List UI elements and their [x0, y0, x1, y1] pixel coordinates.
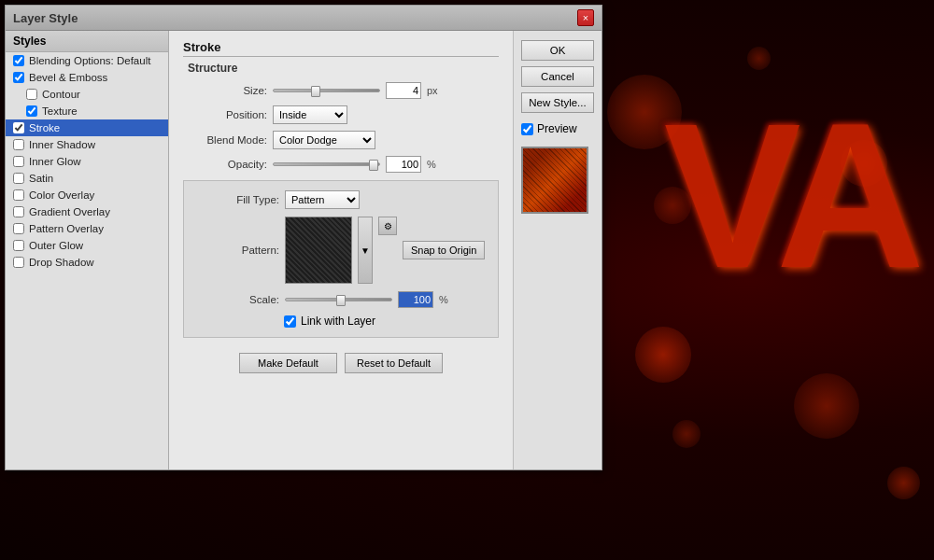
style-label-drop-shadow: Drop Shadow [29, 257, 94, 268]
opacity-row: Opacity: % [183, 156, 499, 173]
preview-checkbox[interactable] [521, 123, 533, 135]
style-label-color-overlay: Color Overlay [29, 189, 94, 201]
size-label: Size: [183, 85, 267, 96]
style-item-pattern-overlay[interactable]: Pattern Overlay [6, 220, 168, 237]
action-row: Make Default Reset to Default [183, 353, 499, 373]
opacity-slider-thumb [369, 160, 378, 171]
size-slider-thumb [311, 86, 320, 97]
styles-list: Blending Options: DefaultBevel & EmbossC… [6, 52, 168, 271]
style-checkbox-pattern-overlay[interactable] [13, 223, 24, 234]
style-item-inner-shadow[interactable]: Inner Shadow [6, 136, 168, 153]
cancel-button[interactable]: Cancel [521, 66, 594, 87]
make-default-button[interactable]: Make Default [239, 353, 337, 373]
link-layer-checkbox[interactable] [284, 315, 296, 328]
size-slider-container: px [273, 82, 499, 99]
style-checkbox-contour[interactable] [26, 89, 37, 100]
background-text: VA [664, 93, 915, 299]
position-row: Position: Inside Outside Center [183, 105, 499, 124]
styles-header: Styles [6, 31, 168, 52]
style-checkbox-texture[interactable] [26, 105, 37, 117]
style-checkbox-gradient-overlay[interactable] [13, 206, 24, 217]
fill-type-select[interactable]: Pattern Color Gradient [285, 190, 360, 209]
style-item-blending-options[interactable]: Blending Options: Default [6, 52, 168, 69]
scale-slider[interactable] [285, 298, 392, 301]
new-style-button[interactable]: New Style... [521, 92, 594, 113]
style-label-bevel-emboss: Bevel & Emboss [29, 72, 107, 83]
style-item-satin[interactable]: Satin [6, 170, 168, 187]
style-item-drop-shadow[interactable]: Drop Shadow [6, 254, 168, 271]
content-panel: Stroke Structure Size: px Position: [169, 31, 513, 469]
style-checkbox-satin[interactable] [13, 173, 24, 184]
blend-mode-select[interactable]: Color Dodge Normal Multiply Screen Overl… [273, 131, 375, 149]
pattern-settings-button[interactable]: ⚙ [378, 217, 397, 235]
layer-style-dialog: Layer Style × Styles Blending Options: D… [0, 0, 607, 476]
opacity-slider[interactable] [273, 162, 380, 166]
link-layer-row: Link with Layer [195, 315, 487, 328]
style-checkbox-stroke[interactable] [13, 122, 24, 133]
fill-type-row: Fill Type: Pattern Color Gradient [195, 190, 487, 209]
pattern-swatch[interactable] [285, 217, 352, 284]
structure-section-title: Structure [183, 62, 499, 75]
scale-slider-container: % [285, 291, 487, 308]
size-input[interactable] [386, 82, 421, 99]
position-label: Position: [183, 109, 267, 120]
pattern-label: Pattern: [195, 245, 279, 256]
scale-unit: % [439, 294, 454, 305]
styles-panel: Styles Blending Options: DefaultBevel & … [6, 31, 169, 469]
opacity-unit: % [427, 159, 442, 170]
style-checkbox-inner-shadow[interactable] [13, 139, 24, 150]
ok-button[interactable]: OK [521, 40, 594, 61]
style-item-bevel-emboss[interactable]: Bevel & Emboss [6, 69, 168, 86]
style-item-inner-glow[interactable]: Inner Glow [6, 153, 168, 170]
pattern-row: Pattern: ▼ ⚙ Snap to Origin [195, 217, 487, 284]
scale-slider-thumb [336, 295, 346, 306]
scale-label: Scale: [195, 294, 279, 305]
style-label-inner-shadow: Inner Shadow [29, 139, 95, 150]
style-item-gradient-overlay[interactable]: Gradient Overlay [6, 203, 168, 220]
link-layer-label: Link with Layer [301, 315, 375, 328]
preview-label: Preview [537, 122, 577, 135]
blend-mode-label: Blend Mode: [183, 134, 267, 146]
fill-type-label: Fill Type: [195, 194, 279, 205]
scale-row: Scale: % [195, 291, 487, 308]
pattern-dropdown-button[interactable]: ▼ [358, 217, 373, 284]
style-label-outer-glow: Outer Glow [29, 240, 83, 251]
opacity-slider-container: % [273, 156, 499, 173]
style-label-gradient-overlay: Gradient Overlay [29, 206, 110, 217]
style-checkbox-inner-glow[interactable] [13, 156, 24, 167]
position-select[interactable]: Inside Outside Center [273, 105, 347, 124]
blend-mode-row: Blend Mode: Color Dodge Normal Multiply … [183, 131, 499, 149]
style-label-texture: Texture [42, 105, 78, 117]
style-item-color-overlay[interactable]: Color Overlay [6, 187, 168, 203]
dialog-title: Layer Style [13, 11, 78, 25]
style-item-texture[interactable]: Texture [6, 103, 168, 119]
size-row: Size: px [183, 82, 499, 99]
style-item-outer-glow[interactable]: Outer Glow [6, 237, 168, 254]
style-checkbox-drop-shadow[interactable] [13, 257, 24, 268]
dialog-titlebar: Layer Style × [6, 6, 601, 31]
fill-section: Fill Type: Pattern Color Gradient Patter… [183, 180, 499, 338]
right-sidebar: OK Cancel New Style... Preview [513, 31, 601, 469]
dialog-container: Layer Style × Styles Blending Options: D… [5, 5, 602, 470]
preview-row: Preview [521, 122, 594, 135]
style-item-contour[interactable]: Contour [6, 86, 168, 103]
style-checkbox-outer-glow[interactable] [13, 240, 24, 251]
opacity-label: Opacity: [183, 159, 267, 170]
style-label-satin: Satin [29, 173, 53, 184]
style-label-stroke: Stroke [29, 122, 60, 133]
style-item-stroke[interactable]: Stroke [6, 119, 168, 136]
dialog-body: Styles Blending Options: DefaultBevel & … [6, 31, 601, 469]
size-slider[interactable] [273, 89, 380, 92]
scale-input[interactable] [398, 291, 433, 308]
style-checkbox-bevel-emboss[interactable] [13, 72, 24, 83]
preview-thumbnail [521, 147, 588, 214]
snap-to-origin-button[interactable]: Snap to Origin [403, 241, 485, 259]
reset-default-button[interactable]: Reset to Default [345, 353, 443, 373]
style-checkbox-blending-options[interactable] [13, 55, 24, 66]
style-label-inner-glow: Inner Glow [29, 156, 81, 167]
style-checkbox-color-overlay[interactable] [13, 189, 24, 201]
style-label-contour: Contour [42, 89, 80, 100]
opacity-input[interactable] [386, 156, 421, 173]
close-button[interactable]: × [577, 9, 594, 26]
style-label-blending-options: Blending Options: Default [29, 55, 150, 66]
